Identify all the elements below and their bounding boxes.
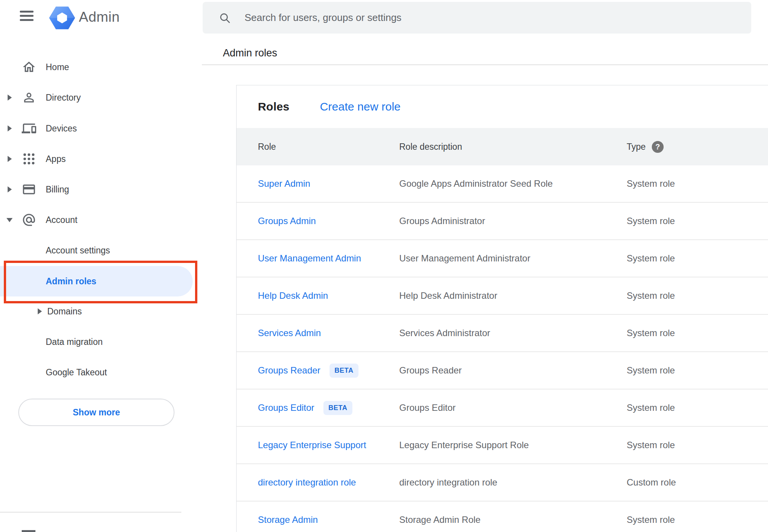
role-link[interactable]: directory integration role — [258, 477, 356, 488]
sidebar-item-label: Apps — [46, 154, 66, 164]
table-row: Help Desk Admin Help Desk Administrator … — [237, 277, 768, 315]
expand-arrow-icon[interactable] — [8, 95, 12, 101]
table-row: Services Admin Services Administrator Sy… — [237, 315, 768, 352]
role-link[interactable]: Groups Editor — [258, 402, 314, 413]
table-row: Groups Editor BETA Groups Editor System … — [237, 389, 768, 427]
role-description: Groups Editor — [399, 389, 456, 426]
admin-logo-icon — [49, 6, 75, 30]
role-cell: Super Admin — [258, 165, 310, 202]
role-type: System role — [627, 389, 675, 426]
table-row: Super Admin Google Apps Administrator Se… — [237, 165, 768, 203]
panel-title: Roles — [258, 100, 290, 113]
role-cell: Groups Reader BETA — [258, 352, 358, 389]
search-icon — [219, 12, 231, 24]
role-link[interactable]: Super Admin — [258, 178, 310, 189]
role-description: Groups Administrator — [399, 203, 485, 239]
role-cell: Services Admin — [258, 315, 321, 351]
role-cell: Groups Editor BETA — [258, 389, 352, 426]
role-type: System role — [627, 352, 675, 389]
sidebar: Admin Home Directory Devices Apps — [0, 0, 202, 532]
devices-icon — [22, 121, 36, 136]
app-title: Admin — [79, 9, 120, 25]
role-type: System role — [627, 315, 675, 351]
expand-arrow-icon[interactable] — [38, 308, 42, 314]
sidebar-item-label: Home — [46, 62, 69, 72]
sidebar-item-admin-roles[interactable]: Admin roles — [0, 266, 193, 296]
table-row: directory integration role directory int… — [237, 464, 768, 502]
role-link[interactable]: Groups Reader — [258, 365, 320, 376]
hamburger-menu-icon[interactable] — [20, 10, 34, 22]
sidebar-item-label: Admin roles — [46, 276, 96, 287]
sidebar-item-billing[interactable]: Billing — [0, 174, 193, 205]
sidebar-item-apps[interactable]: Apps — [0, 144, 193, 174]
search-input[interactable] — [245, 2, 740, 34]
role-description: Google Apps Administrator Seed Role — [399, 165, 553, 202]
sidebar-item-label: Directory — [46, 93, 81, 103]
role-type: Custom role — [627, 464, 676, 501]
role-link[interactable]: Help Desk Admin — [258, 290, 328, 301]
role-cell: User Management Admin — [258, 240, 361, 277]
expand-arrow-icon[interactable] — [8, 156, 12, 162]
role-link[interactable]: Storage Admin — [258, 514, 318, 525]
beta-badge: BETA — [323, 401, 352, 415]
search-bar[interactable] — [203, 2, 751, 34]
table-row: User Management Admin User Management Ad… — [237, 240, 768, 277]
create-new-role-link[interactable]: Create new role — [320, 100, 401, 113]
partial-bottom-icon — [22, 530, 35, 532]
main-content: Admin roles Roles Create new role Role R… — [202, 0, 768, 532]
apps-grid-icon — [22, 152, 36, 166]
sidebar-item-home[interactable]: Home — [0, 52, 193, 82]
column-header-role-description: Role description — [399, 128, 462, 165]
role-description: User Management Administrator — [399, 240, 530, 277]
sidebar-item-label: Account — [46, 215, 77, 225]
collapse-arrow-icon[interactable] — [6, 218, 13, 222]
sidebar-item-account-settings[interactable]: Account settings — [0, 235, 193, 266]
sidebar-item-label: Account settings — [46, 245, 110, 256]
sidebar-item-devices[interactable]: Devices — [0, 113, 193, 144]
credit-card-icon — [22, 182, 36, 197]
expand-arrow-icon[interactable] — [8, 125, 12, 131]
show-more-button[interactable]: Show more — [18, 399, 174, 426]
role-link[interactable]: User Management Admin — [258, 253, 361, 264]
column-header-type: Type ? — [627, 128, 664, 165]
divider — [202, 64, 768, 65]
role-description: Legacy Enterprise Support Role — [399, 427, 529, 463]
role-type: System role — [627, 502, 675, 532]
column-header-role: Role — [258, 128, 276, 165]
sidebar-item-label: Billing — [46, 184, 69, 195]
sidebar-item-label: Google Takeout — [46, 367, 107, 378]
sidebar-item-label: Data migration — [46, 337, 103, 347]
expand-arrow-icon[interactable] — [8, 186, 12, 192]
sidebar-item-account[interactable]: Account — [0, 205, 193, 235]
role-description: Groups Reader — [399, 352, 462, 389]
role-link[interactable]: Legacy Enterprise Support — [258, 440, 366, 450]
home-icon — [22, 60, 36, 74]
help-icon[interactable]: ? — [652, 141, 664, 153]
sidebar-divider — [0, 512, 181, 513]
breadcrumb: Admin roles — [223, 47, 277, 59]
sidebar-item-domains[interactable]: Domains — [0, 296, 193, 327]
role-link[interactable]: Groups Admin — [258, 216, 316, 226]
table-row: Legacy Enterprise Support Legacy Enterpr… — [237, 427, 768, 464]
table-row: Groups Reader BETA Groups Reader System … — [237, 352, 768, 389]
roles-panel-header: Roles Create new role — [237, 85, 768, 128]
role-link[interactable]: Services Admin — [258, 328, 321, 338]
sidebar-item-label: Devices — [46, 123, 77, 134]
role-type: System role — [627, 277, 675, 314]
beta-badge: BETA — [330, 364, 358, 378]
roles-table-body: Super Admin Google Apps Administrator Se… — [237, 165, 768, 532]
sidebar-item-directory[interactable]: Directory — [0, 82, 193, 113]
role-type: System role — [627, 203, 675, 239]
person-icon — [22, 90, 36, 105]
table-header-row: Role Role description Type ? — [237, 128, 768, 165]
role-description: Help Desk Administrator — [399, 277, 497, 314]
role-cell: Help Desk Admin — [258, 277, 328, 314]
sidebar-item-google-takeout[interactable]: Google Takeout — [0, 357, 193, 388]
sidebar-item-label: Domains — [47, 306, 82, 317]
role-description: Services Administrator — [399, 315, 490, 351]
sidebar-item-data-migration[interactable]: Data migration — [0, 327, 193, 357]
role-cell: Legacy Enterprise Support — [258, 427, 366, 463]
role-cell: directory integration role — [258, 464, 356, 501]
roles-panel: Roles Create new role Role Role descript… — [236, 85, 768, 532]
role-cell: Groups Admin — [258, 203, 316, 239]
